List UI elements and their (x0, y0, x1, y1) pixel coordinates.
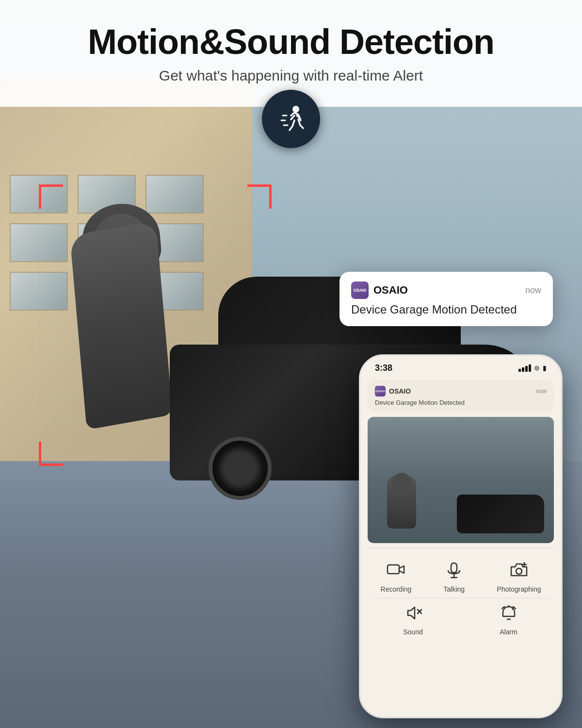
notif-app-name: OSAIO (373, 284, 408, 297)
wifi-icon: ⊜ (534, 364, 540, 372)
talking-label: Talking (444, 585, 465, 593)
toolbar-sound[interactable]: Sound (401, 601, 425, 636)
car-wheel-left (209, 437, 272, 500)
alarm-icon (497, 601, 521, 625)
phone-status-bar: 3:38 ⊜ ▮ (360, 356, 561, 380)
toolbar-alarm[interactable]: Alarm (497, 601, 521, 636)
phone-preview-figure-head (392, 473, 411, 495)
phone-status-icons: ⊜ ▮ (518, 364, 547, 372)
camera-add-icon (507, 558, 531, 582)
photographing-label: Photographing (497, 585, 541, 593)
notif-message: Device Garage Motion Detected (351, 303, 541, 316)
motion-detection-icon (274, 102, 308, 136)
phone-camera-preview (368, 417, 554, 543)
mic-icon (442, 558, 466, 582)
toolbar-row-divider (372, 598, 549, 598)
toolbar-row-1: Recording Talking (365, 558, 556, 593)
phone-time: 3:38 (375, 363, 392, 373)
notif-time: now (525, 285, 541, 296)
app-icon-text: OSAIO (354, 288, 367, 293)
motion-icon-container (262, 90, 320, 148)
phone-notification: OSAIO OSAIO now Device Garage Motion Det… (368, 380, 554, 412)
toolbar-row-2: Sound Alarm (365, 601, 556, 636)
notif-app-info: OSAIO OSAIO (351, 281, 408, 299)
toolbar-talking[interactable]: Talking (442, 558, 466, 593)
intruder-body (70, 220, 173, 430)
notif-app-icon: OSAIO (351, 281, 369, 299)
phone-notif-app-info: OSAIO OSAIO (375, 386, 411, 397)
svg-point-0 (292, 106, 299, 113)
phone-preview-car (457, 495, 544, 533)
svg-rect-1 (388, 565, 399, 574)
phone-toolbar: Recording Talking (360, 551, 561, 648)
svg-rect-2 (451, 563, 457, 573)
svg-point-14 (512, 609, 513, 610)
main-title: Motion&Sound Detection (88, 23, 494, 61)
video-icon (384, 558, 408, 582)
phone-app-icon-text: OSAIO (375, 390, 385, 393)
sound-mute-icon (401, 601, 425, 625)
sound-label: Sound (403, 628, 422, 636)
corner-tr (247, 184, 272, 209)
phone-notif-app-icon: OSAIO (375, 386, 386, 397)
alarm-label: Alarm (500, 628, 517, 636)
toolbar-divider (368, 548, 554, 548)
battery-icon: ▮ (543, 364, 547, 372)
signal-icon (518, 364, 531, 372)
phone-notif-time: now (536, 388, 547, 395)
recording-label: Recording (381, 585, 412, 593)
subtitle: Get what's happening with real-time Aler… (159, 67, 423, 84)
toolbar-recording[interactable]: Recording (381, 558, 412, 593)
notification-popup: OSAIO OSAIO now Device Garage Motion Det… (340, 272, 553, 326)
motion-icon-bg (262, 90, 320, 148)
phone-mockup: 3:38 ⊜ ▮ OSAIO OSAIO now Device Garage M… (359, 354, 563, 718)
phone-notif-msg: Device Garage Motion Detected (375, 399, 547, 406)
svg-point-5 (516, 568, 522, 574)
phone-notif-header: OSAIO OSAIO now (375, 386, 547, 397)
toolbar-photographing[interactable]: Photographing (497, 558, 541, 593)
phone-notif-name: OSAIO (389, 387, 411, 395)
notif-header: OSAIO OSAIO now (351, 281, 541, 299)
